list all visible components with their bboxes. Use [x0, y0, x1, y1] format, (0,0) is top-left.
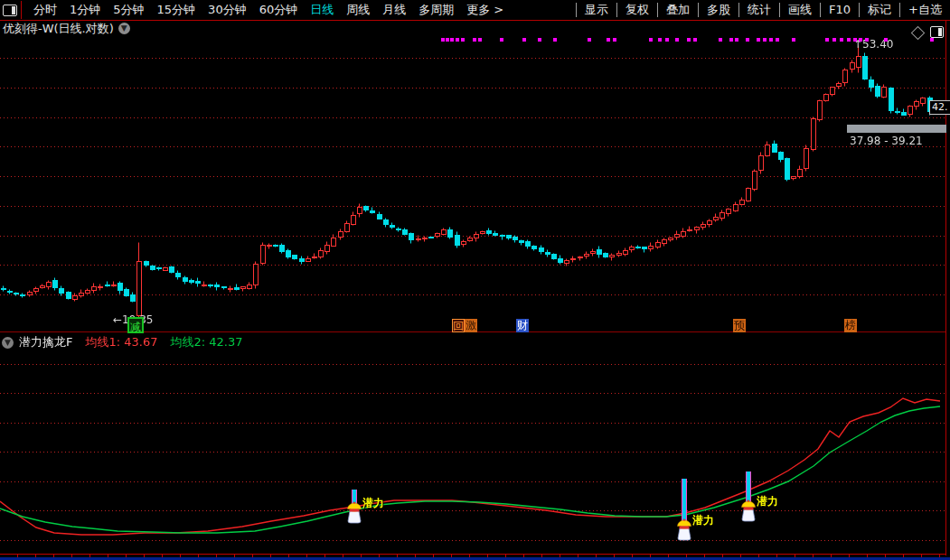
symbol-title-row: 优刻得-W(日线.对数) ▼ — [0, 21, 950, 36]
event-badge[interactable]: 榜 — [844, 319, 857, 332]
event-badge[interactable]: 预 — [733, 319, 746, 332]
indicator-header: ▼ 潜力擒龙F 均线1: 43.67 均线2: 42.37 — [0, 333, 950, 351]
indicator-ma1-value: 均线1: 43.67 — [85, 334, 157, 350]
split-window-corner-icon[interactable] — [930, 26, 944, 38]
button-multistock[interactable]: 多股 — [698, 3, 738, 17]
signal-dot — [553, 38, 557, 42]
signal-dot — [884, 38, 888, 42]
symbol-title[interactable]: 优刻得-W(日线.对数) — [3, 21, 114, 37]
signal-dot — [853, 38, 857, 42]
signal-label: 潜力 — [757, 494, 778, 509]
signal-dot — [693, 38, 697, 42]
split-window-icon[interactable] — [3, 5, 17, 16]
main-chart-canvas[interactable] — [0, 36, 950, 332]
potential-figure-icon — [346, 500, 362, 524]
signal-dot — [687, 38, 691, 42]
toolbar-separator — [21, 1, 22, 19]
potential-figure-icon — [740, 499, 757, 522]
price-range-band — [847, 125, 946, 133]
toolbar-right-group: 显示 复权 叠加 多股 统计 画线 F10 标记 +自选 — [576, 0, 950, 20]
signal-dot — [588, 38, 591, 42]
chevron-down-icon[interactable]: ▼ — [118, 23, 130, 34]
button-display[interactable]: 显示 — [576, 3, 616, 17]
potential-figure-icon — [676, 518, 692, 541]
signal-dot — [847, 38, 851, 42]
signal-dot — [613, 38, 616, 42]
reduction-event-badge[interactable]: 减 — [127, 317, 144, 333]
signal-dot — [446, 38, 449, 42]
signal-dot — [859, 38, 862, 42]
signal-dot — [792, 38, 795, 42]
tab-monthly[interactable]: 月线 — [376, 2, 412, 18]
last-price-tag: 42. — [929, 100, 950, 115]
event-badge[interactable]: 激 — [465, 319, 477, 332]
tab-15min[interactable]: 15分钟 — [151, 2, 202, 18]
signal-dot — [500, 38, 503, 42]
tab-5min[interactable]: 5分钟 — [107, 2, 150, 18]
indicator-ma2-value: 均线2: 42.37 — [170, 334, 242, 350]
button-f10[interactable]: F10 — [820, 3, 859, 17]
signal-dot — [930, 38, 934, 42]
period-toolbar: 分时 1分钟 5分钟 15分钟 30分钟 60分钟 日线 周线 月线 多周期 更… — [0, 0, 950, 21]
button-stats[interactable]: 统计 — [738, 3, 779, 17]
signal-dot — [538, 38, 541, 42]
signal-bar — [746, 471, 751, 502]
tab-weekly[interactable]: 周线 — [340, 2, 376, 18]
indicator-chart-canvas[interactable] — [0, 352, 950, 555]
signal-dot — [658, 38, 662, 42]
signal-bar — [682, 479, 687, 521]
signal-dot — [649, 38, 653, 42]
signal-dot — [441, 38, 445, 42]
signal-dot — [865, 38, 869, 42]
indicator-collapse-icon[interactable]: ▼ — [2, 337, 14, 349]
signal-dot — [757, 38, 760, 42]
tab-daily[interactable]: 日线 — [304, 2, 340, 18]
signal-dot — [478, 38, 482, 42]
signal-dot — [675, 38, 679, 42]
signal-dot — [840, 38, 843, 42]
button-mark[interactable]: 标记 — [859, 3, 899, 17]
button-add-watchlist[interactable]: +自选 — [899, 3, 950, 17]
signal-dot — [719, 38, 722, 42]
signal-dot — [735, 38, 738, 42]
event-badge[interactable]: 回 — [452, 319, 465, 332]
signal-dot — [473, 38, 476, 42]
indicator-name[interactable]: 潜力擒龙F — [19, 334, 72, 350]
signal-dot — [769, 38, 773, 42]
signal-dot — [607, 38, 610, 42]
signal-dot — [746, 38, 749, 42]
tab-more[interactable]: 更多 > — [460, 2, 510, 18]
signal-dot — [665, 38, 669, 42]
signal-dot — [450, 38, 454, 42]
button-fuquan[interactable]: 复权 — [616, 3, 657, 17]
signal-dot — [763, 38, 767, 42]
signal-dot — [776, 38, 779, 42]
tab-fenshi[interactable]: 分时 — [27, 2, 63, 18]
button-drawline[interactable]: 画线 — [779, 3, 820, 17]
signal-dot — [832, 38, 836, 42]
button-overlay[interactable]: 叠加 — [657, 3, 698, 17]
event-badge[interactable]: 财 — [516, 319, 529, 332]
tab-30min[interactable]: 30分钟 — [202, 2, 253, 18]
signal-dot — [522, 38, 526, 42]
tab-multiperiod[interactable]: 多周期 — [412, 2, 460, 18]
tab-60min[interactable]: 60分钟 — [253, 2, 305, 18]
signal-dot — [729, 38, 733, 42]
tab-1min[interactable]: 1分钟 — [63, 2, 107, 18]
signal-dot — [461, 38, 465, 42]
signal-label: 潜力 — [692, 513, 714, 528]
signal-label: 潜力 — [362, 496, 384, 511]
price-range-label: 37.98 - 39.21 — [850, 135, 923, 147]
signal-dot — [825, 38, 829, 42]
signal-dot — [456, 38, 459, 42]
